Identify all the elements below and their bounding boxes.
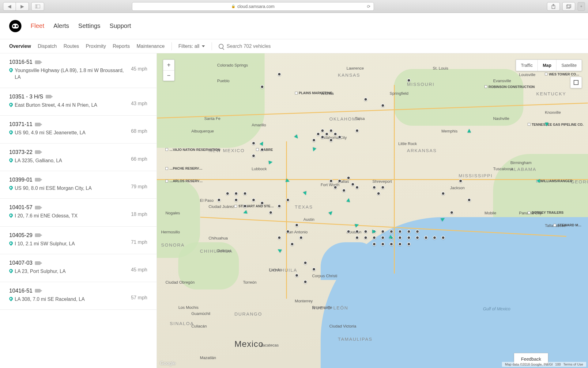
vehicle-marker[interactable]	[372, 236, 376, 240]
map-view-button[interactable]: Map	[537, 60, 556, 71]
subnav-item-dispatch[interactable]: Dispatch	[38, 44, 57, 49]
vehicle-marker[interactable]	[260, 85, 264, 89]
vehicle-marker[interactable]	[295, 223, 299, 227]
subnav-item-routes[interactable]: Routes	[63, 44, 79, 49]
topnav-item-alerts[interactable]: Alerts	[53, 22, 69, 29]
url-bar[interactable]: 🔒 cloud.samsara.com ⟳	[132, 2, 374, 11]
vehicle-marker[interactable]	[398, 242, 402, 246]
vehicle-marker[interactable]	[347, 176, 350, 180]
vehicle-marker[interactable]	[277, 72, 281, 76]
satellite-view-button[interactable]: Satellite	[556, 60, 582, 71]
subnav-item-overview[interactable]: Overview	[9, 44, 31, 49]
traffic-toggle[interactable]: Traffic	[516, 60, 537, 71]
vehicle-marker[interactable]	[381, 186, 385, 189]
vehicle-marker[interactable]	[416, 230, 419, 233]
vehicle-location: US 90, 4.9 mi SE Jeanerette, LA	[15, 129, 85, 136]
vehicle-marker[interactable]	[416, 236, 419, 240]
tabs-button[interactable]	[562, 2, 575, 11]
vehicle-marker[interactable]	[372, 186, 376, 189]
vehicle-marker[interactable]	[355, 230, 359, 233]
sidebar-toggle-button[interactable]	[31, 2, 44, 11]
vehicle-marker[interactable]	[252, 141, 255, 145]
new-tab-button[interactable]: +	[578, 2, 585, 11]
zoom-in-button[interactable]: +	[163, 60, 174, 70]
topnav-item-settings[interactable]: Settings	[78, 22, 100, 29]
vehicle-marker[interactable]	[243, 204, 247, 208]
nav-back-button[interactable]: ◀	[3, 2, 16, 11]
fullscreen-button[interactable]	[570, 77, 582, 88]
vehicle-marker[interactable]	[372, 242, 376, 246]
vehicle-marker[interactable]	[390, 230, 393, 233]
vehicle-marker[interactable]	[316, 132, 320, 136]
vehicle-name: 10373-22	[9, 149, 32, 155]
vehicle-marker[interactable]	[295, 274, 299, 277]
vehicle-marker[interactable]	[334, 132, 337, 136]
subnav-item-maintenance[interactable]: Maintenance	[137, 44, 165, 49]
reload-icon[interactable]: ⟳	[367, 4, 371, 9]
vehicle-marker[interactable]	[286, 230, 290, 233]
vehicle-marker[interactable]	[269, 211, 273, 214]
vehicle-marker[interactable]	[325, 132, 329, 136]
vehicle-marker[interactable]	[347, 230, 350, 233]
vehicle-marker[interactable]	[351, 182, 355, 186]
vehicle-heading-marker[interactable]	[269, 160, 273, 164]
vehicle-marker[interactable]	[381, 242, 385, 246]
vehicle-heading-marker[interactable]	[346, 198, 351, 202]
vehicle-marker[interactable]	[364, 98, 368, 101]
vehicle-marker[interactable]	[407, 236, 411, 240]
vehicle-heading-marker[interactable]	[536, 179, 540, 183]
vehicle-row[interactable]: 10373-22 LA 3235, Galliano, LA 66 mph	[0, 144, 156, 171]
vehicle-marker[interactable]	[355, 236, 359, 240]
nav-forward-button[interactable]: ▶	[16, 2, 29, 11]
vehicle-marker[interactable]	[303, 280, 307, 284]
vehicle-marker[interactable]	[424, 236, 428, 240]
share-button[interactable]	[547, 2, 560, 11]
vehicle-list[interactable]: 10316-51 Youngsville Highway (LA 89), 1.…	[0, 53, 157, 368]
poi-label: …PACHE RESERV…	[165, 167, 202, 170]
vehicle-row[interactable]: 10371-11 US 90, 4.9 mi SE Jeanerette, LA…	[0, 116, 156, 143]
vehicle-marker[interactable]	[407, 230, 411, 233]
vehicle-row[interactable]: 10407-03 LA 23, Port Sulphur, LA 45 mph	[0, 254, 156, 282]
vehicle-row[interactable]: 10316-51 Youngsville Highway (LA 89), 1.…	[0, 53, 156, 88]
vehicle-heading-marker[interactable]	[545, 123, 548, 126]
vehicle-marker[interactable]	[217, 198, 221, 202]
vehicle-marker[interactable]	[459, 179, 462, 183]
vehicle-marker[interactable]	[312, 138, 316, 142]
vehicle-marker[interactable]	[364, 236, 368, 240]
vehicle-marker[interactable]	[355, 129, 359, 132]
vehicle-marker[interactable]	[390, 242, 393, 246]
filters-dropdown[interactable]: Filters: all	[179, 44, 205, 49]
subnav-item-proximity[interactable]: Proximity	[86, 44, 106, 49]
vehicle-marker[interactable]	[398, 230, 402, 233]
vehicle-marker[interactable]	[299, 236, 303, 240]
poi-label: DORSEY TRAILERS	[528, 211, 564, 214]
search-input[interactable]	[227, 44, 306, 49]
vehicle-marker[interactable]	[407, 242, 411, 246]
vehicle-row[interactable]: 10401-57 I 20, 7.6 mi ENE Odessa, TX 18 …	[0, 199, 156, 226]
vehicle-marker[interactable]	[467, 198, 471, 202]
vehicle-row[interactable]: 10399-01 US 90, 8.0 mi ESE Morgan City, …	[0, 171, 156, 199]
vehicle-marker[interactable]	[355, 186, 359, 189]
zoom-out-button[interactable]: −	[163, 70, 174, 81]
vehicle-marker[interactable]	[252, 198, 255, 202]
vehicle-heading-marker[interactable]	[467, 129, 471, 132]
vehicle-marker[interactable]	[312, 267, 316, 271]
subnav-item-reports[interactable]: Reports	[113, 44, 130, 49]
vehicle-heading-marker[interactable]	[372, 230, 376, 233]
vehicle-row[interactable]: 10351 - 3 H/S East Burton Street, 4.4 mi…	[0, 88, 156, 116]
topnav-item-fleet[interactable]: Fleet	[31, 22, 44, 29]
vehicle-marker[interactable]	[290, 242, 294, 246]
vehicle-marker[interactable]	[303, 261, 307, 265]
vehicle-marker[interactable]	[381, 230, 385, 233]
vehicle-marker[interactable]	[243, 192, 247, 195]
vehicle-row[interactable]: 10416-51 LA 308, 7.0 mi SE Raceland, LA …	[0, 282, 156, 310]
topnav-item-support[interactable]: Support	[110, 22, 131, 29]
vehicle-row[interactable]: 10405-29 I 10, 2.1 mi SW Sulphur, LA 71 …	[0, 227, 156, 254]
vehicle-marker[interactable]	[364, 230, 368, 233]
vehicle-marker[interactable]	[260, 148, 264, 151]
vehicle-marker[interactable]	[252, 154, 255, 158]
vehicle-marker[interactable]	[321, 135, 324, 139]
map-canvas[interactable]: KANSASMISSOURIOKLAHOMANEW MEXICOTEXASARK…	[157, 53, 588, 368]
vehicle-marker[interactable]	[407, 79, 411, 82]
app-logo[interactable]	[9, 20, 21, 32]
